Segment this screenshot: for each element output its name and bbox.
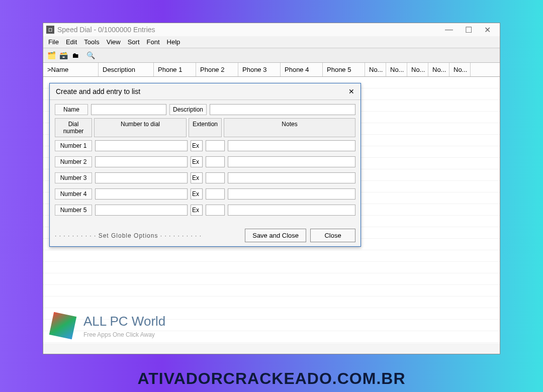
menu-edit[interactable]: Edit [66,38,77,46]
number1-notes-input[interactable] [228,140,355,151]
number5-ext-input[interactable] [191,205,203,216]
maximize-button[interactable]: ☐ [465,25,472,35]
set-global-options-link[interactable]: · · · · · · · · · · Set Globle Options ·… [55,232,241,239]
toolbar: 🗂️ 🗃️ 🖿 🔍 [43,48,500,63]
header-dial-number: Dial number [55,118,92,137]
brand-title: ALL PC World [83,314,165,329]
dialog-title: Create and add entry to list [56,87,140,95]
header-number-to-dial: Number to dial [94,118,187,137]
col-description[interactable]: Description [99,63,154,76]
number2-notes-input[interactable] [228,156,355,167]
brand-subtitle: Free Apps One Click Away [83,331,165,338]
number1-input[interactable] [95,140,188,151]
page-footer-text: ATIVADORCRACKEADO.COM.BR [0,369,543,388]
col-no2[interactable]: No... [386,63,407,76]
menu-tools[interactable]: Tools [84,38,99,46]
number1-label: Number 1 [55,140,92,151]
number1-ext2-input[interactable] [206,140,225,151]
toolbar-icon-3[interactable]: 🖿 [70,50,80,60]
col-phone5[interactable]: Phone 5 [323,63,365,76]
create-entry-dialog: Create and add entry to list ✕ Name Desc… [49,83,361,247]
menu-help[interactable]: Help [167,38,180,46]
name-label: Name [55,104,88,115]
col-phone2[interactable]: Phone 2 [196,63,238,76]
number3-ext-input[interactable] [191,172,203,183]
menu-view[interactable]: View [107,38,121,46]
toolbar-icon-2[interactable]: 🗃️ [58,50,68,60]
number3-input[interactable] [95,172,188,183]
col-no1[interactable]: No... [365,63,386,76]
col-no5[interactable]: No... [449,63,471,76]
entries-grid: Create and add entry to list ✕ Name Desc… [43,77,500,343]
number3-ext2-input[interactable] [206,172,225,183]
number2-input[interactable] [95,156,188,167]
col-name[interactable]: >Name [43,63,99,76]
name-input[interactable] [91,104,166,115]
brand-logo-icon [48,311,77,340]
column-headers: >Name Description Phone 1 Phone 2 Phone … [43,63,500,77]
number2-ext2-input[interactable] [206,156,225,167]
number4-notes-input[interactable] [228,188,355,200]
number-row-5: Number 5 [55,205,355,216]
number4-label: Number 4 [55,188,92,200]
col-phone1[interactable]: Phone 1 [154,63,196,76]
brand-watermark: ALL PC World Free Apps One Click Away [48,311,165,340]
description-label: Description [169,104,207,115]
dialog-close-button[interactable]: ✕ [348,87,354,95]
header-extention: Extention [189,118,222,137]
number1-ext-input[interactable] [191,140,203,151]
number3-notes-input[interactable] [228,172,355,183]
close-dialog-button[interactable]: Close [310,229,355,242]
col-no3[interactable]: No... [407,63,428,76]
toolbar-icon-1[interactable]: 🗂️ [46,50,56,60]
description-input[interactable] [210,104,355,115]
menu-font[interactable]: Font [147,38,160,46]
number-row-1: Number 1 [55,140,355,151]
app-window: ◘ Speed Dial - 0/1000000 Entries — ☐ ✕ F… [43,23,500,354]
number5-label: Number 5 [55,205,92,216]
number-row-4: Number 4 [55,188,355,200]
number4-ext-input[interactable] [191,188,203,200]
menu-sort[interactable]: Sort [128,38,140,46]
app-icon: ◘ [46,26,54,34]
toolbar-icon-4[interactable]: 🔍 [85,50,96,60]
number-row-3: Number 3 [55,172,355,183]
number3-label: Number 3 [55,172,92,183]
window-title: Speed Dial - 0/1000000 Entries [57,26,445,34]
save-and-close-button[interactable]: Save and Close [245,229,306,242]
number5-input[interactable] [95,205,188,216]
number2-ext-input[interactable] [191,156,203,167]
number4-input[interactable] [95,188,188,200]
number5-notes-input[interactable] [228,205,355,216]
close-button[interactable]: ✕ [484,25,491,35]
number-row-2: Number 2 [55,156,355,167]
minimize-button[interactable]: — [445,25,453,35]
col-no4[interactable]: No... [428,63,449,76]
header-notes: Notes [224,118,355,137]
menu-file[interactable]: File [48,38,59,46]
col-phone3[interactable]: Phone 3 [238,63,281,76]
menubar: File Edit Tools View Sort Font Help [43,36,500,48]
window-titlebar: ◘ Speed Dial - 0/1000000 Entries — ☐ ✕ [43,23,500,36]
number2-label: Number 2 [55,156,92,167]
col-phone4[interactable]: Phone 4 [281,63,323,76]
number5-ext2-input[interactable] [206,205,225,216]
number4-ext2-input[interactable] [206,188,225,200]
